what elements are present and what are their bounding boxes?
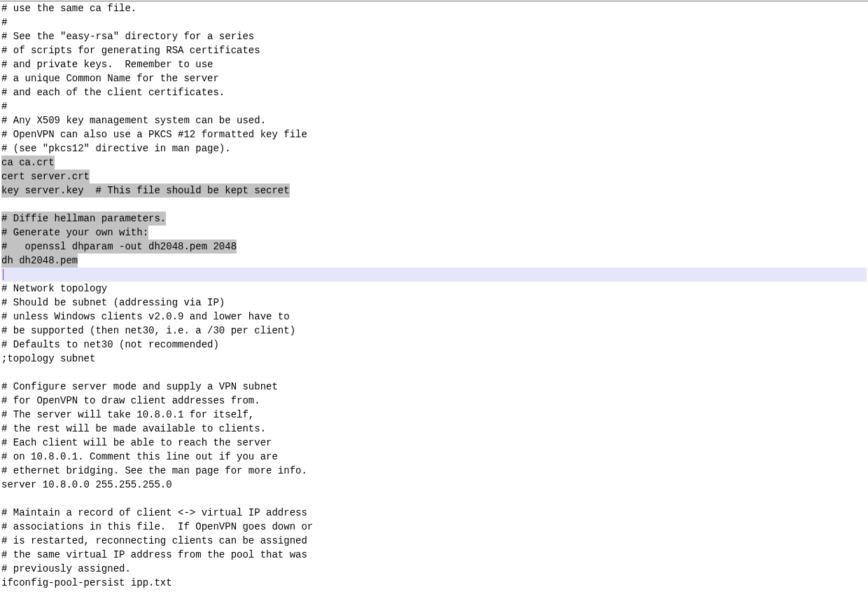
text-editor-view[interactable]: # use the same ca file.## See the "easy-… [0, 1, 868, 604]
code-line[interactable]: # and each of the client certificates. [1, 85, 867, 99]
selection-span[interactable]: key server.key # This file should be kep… [1, 184, 290, 198]
code-line[interactable]: # openssl dhparam -out dh2048.pem 2048 [1, 240, 867, 254]
code-line[interactable]: key server.key # This file should be kep… [1, 184, 867, 198]
code-line[interactable]: # be supported (then net30, i.e. a /30 p… [1, 324, 867, 338]
code-line[interactable]: # of scripts for generating RSA certific… [1, 43, 867, 57]
code-line[interactable]: # See the "easy-rsa" directory for a ser… [1, 29, 867, 43]
code-line[interactable]: # for OpenVPN to draw client addresses f… [1, 394, 867, 408]
code-line[interactable]: # OpenVPN can also use a PKCS #12 format… [1, 127, 867, 141]
code-line[interactable]: # and private keys. Remember to use [1, 57, 867, 71]
code-line[interactable]: # Configure server mode and supply a VPN… [1, 380, 867, 394]
code-line[interactable] [1, 590, 867, 604]
code-line[interactable]: # Should be subnet (addressing via IP) [1, 296, 867, 310]
code-line[interactable] [1, 198, 867, 212]
code-line[interactable]: # Diffie hellman parameters. [1, 212, 867, 226]
code-line[interactable]: ;topology subnet [1, 352, 867, 366]
selection-span[interactable]: dh dh2048.pem [1, 254, 78, 268]
code-line[interactable]: # the same virtual IP address from the p… [1, 548, 867, 562]
code-line[interactable] [1, 366, 867, 380]
code-line[interactable]: # is restarted, reconnecting clients can… [1, 534, 867, 548]
code-line[interactable]: # previously assigned. [1, 562, 867, 576]
cursor-line[interactable] [1, 268, 867, 282]
code-line[interactable]: ifconfig-pool-persist ipp.txt [1, 576, 867, 590]
text-caret [3, 269, 4, 280]
selection-span[interactable]: # Generate your own with: [1, 226, 148, 240]
code-line[interactable]: # Generate your own with: [1, 226, 867, 240]
selection-span[interactable]: # Diffie hellman parameters. [1, 212, 166, 226]
code-line[interactable]: # Any X509 key management system can be … [1, 113, 867, 127]
code-line[interactable]: # [1, 99, 867, 113]
code-line[interactable] [1, 492, 867, 506]
code-line[interactable]: # the rest will be made available to cli… [1, 422, 867, 436]
code-line[interactable]: # [1, 15, 867, 29]
code-line[interactable]: # unless Windows clients v2.0.9 and lowe… [1, 310, 867, 324]
code-line[interactable]: # on 10.8.0.1. Comment this line out if … [1, 450, 867, 464]
code-line[interactable]: cert server.crt [1, 170, 867, 184]
selection-span[interactable]: cert server.crt [1, 170, 90, 184]
code-line[interactable]: # Maintain a record of client <-> virtua… [1, 506, 867, 520]
code-line[interactable]: # use the same ca file. [1, 1, 867, 15]
selection-span[interactable]: ca ca.crt [1, 156, 55, 170]
code-line[interactable]: # ethernet bridging. See the man page fo… [1, 464, 867, 478]
code-line[interactable]: # Network topology [1, 282, 867, 296]
code-line[interactable]: # Defaults to net30 (not recommended) [1, 338, 867, 352]
code-line[interactable]: dh dh2048.pem [1, 254, 867, 268]
code-line[interactable]: # The server will take 10.8.0.1 for itse… [1, 408, 867, 422]
code-line[interactable]: # a unique Common Name for the server [1, 71, 867, 85]
code-line[interactable]: ca ca.crt [1, 156, 867, 170]
selection-span[interactable]: # openssl dhparam -out dh2048.pem 2048 [1, 240, 237, 254]
code-line[interactable]: # (see "pkcs12" directive in man page). [1, 141, 867, 156]
code-line[interactable]: server 10.8.0.0 255.255.255.0 [1, 478, 867, 492]
code-line[interactable]: # associations in this file. If OpenVPN … [1, 520, 867, 534]
code-line[interactable]: # Each client will be able to reach the … [1, 436, 867, 450]
